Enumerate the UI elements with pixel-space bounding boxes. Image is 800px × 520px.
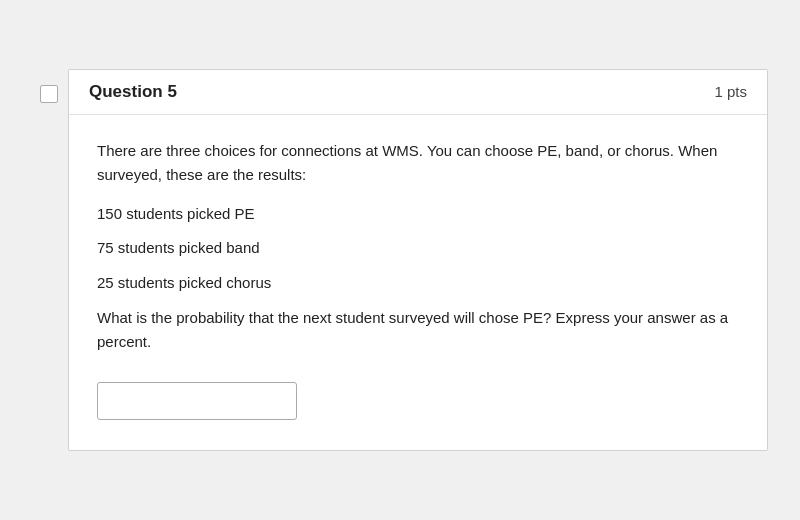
outer-wrapper: Question 5 1 pts There are three choices… xyxy=(40,69,760,452)
answer-input[interactable] xyxy=(97,382,297,420)
question-body: There are three choices for connections … xyxy=(69,115,767,451)
question-title: Question 5 xyxy=(89,82,177,102)
list-item-chorus: 25 students picked chorus xyxy=(97,272,739,295)
page-wrapper: Question 5 1 pts There are three choices… xyxy=(0,0,800,520)
question-intro: There are three choices for connections … xyxy=(97,139,739,187)
checkbox-icon[interactable] xyxy=(40,85,58,103)
checkbox-col xyxy=(40,69,68,103)
list-item-pe: 150 students picked PE xyxy=(97,203,739,226)
question-header: Question 5 1 pts xyxy=(69,70,767,115)
card-col: Question 5 1 pts There are three choices… xyxy=(68,69,768,452)
question-follow-up: What is the probability that the next st… xyxy=(97,306,739,354)
question-points: 1 pts xyxy=(714,83,747,100)
question-card: Question 5 1 pts There are three choices… xyxy=(68,69,768,452)
list-item-band: 75 students picked band xyxy=(97,237,739,260)
